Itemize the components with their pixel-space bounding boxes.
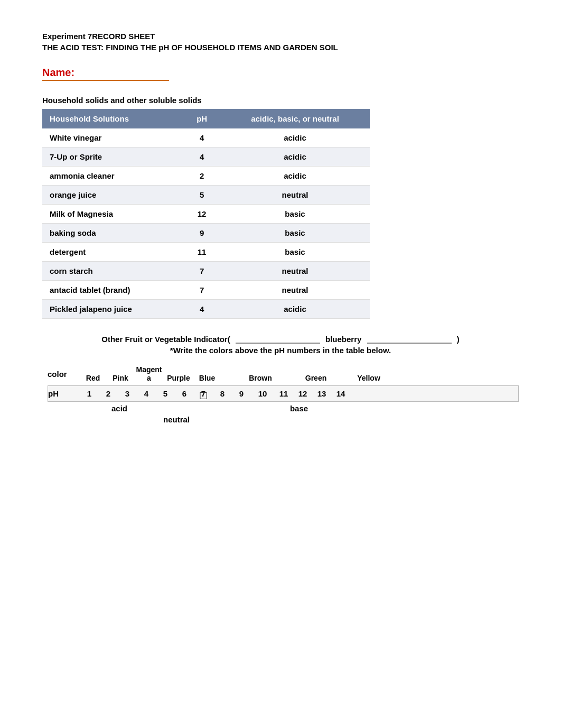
solution-cell: 7-Up or Sprite: [42, 148, 183, 167]
ph-12: 12: [293, 389, 312, 398]
solution-cell: Pickled jalapeno juice: [42, 300, 183, 319]
category-cell: neutral: [220, 262, 370, 281]
category-cell: acidic: [220, 167, 370, 186]
solution-cell: Milk of Magnesia: [42, 205, 183, 224]
ph-7: 7: [194, 389, 213, 398]
ph-6: 6: [175, 389, 194, 398]
ph-cell: 9: [183, 224, 220, 243]
category-cell: basic: [220, 205, 370, 224]
ph-cell: 4: [183, 300, 220, 319]
solution-cell: White vinegar: [42, 128, 183, 148]
table-row: ammonia cleaner2acidic: [42, 167, 370, 186]
main-table: Household Solutions pH acidic, basic, or…: [42, 109, 370, 319]
ph-9: 9: [232, 389, 251, 398]
category-cell: basic: [220, 224, 370, 243]
color-ph-chart: color Red Pink Magenta Purple Blue Brown…: [42, 365, 519, 424]
table-row: orange juice5neutral: [42, 186, 370, 205]
solution-cell: baking soda: [42, 224, 183, 243]
ph-4: 4: [137, 389, 156, 398]
ph-cell: 2: [183, 167, 220, 186]
color-label: color: [48, 365, 79, 379]
ph-cell: 4: [183, 148, 220, 167]
title-line1: Experiment 7RECORD SHEET: [42, 32, 519, 41]
solution-cell: orange juice: [42, 186, 183, 205]
category-cell: neutral: [220, 186, 370, 205]
ph-cell: 11: [183, 243, 220, 262]
ph-cell: 7: [183, 262, 220, 281]
color-red: Red: [79, 374, 107, 382]
table-row: 7-Up or Sprite4acidic: [42, 148, 370, 167]
table-row: detergent11basic: [42, 243, 370, 262]
solution-cell: antacid tablet (brand): [42, 281, 183, 300]
ph-10: 10: [251, 389, 274, 398]
ph-13: 13: [312, 389, 331, 398]
color-pink: Pink: [107, 374, 134, 382]
col-header-category: acidic, basic, or neutral: [220, 109, 370, 128]
category-cell: acidic: [220, 128, 370, 148]
indicator-line2: *Write the colors above the pH numbers i…: [42, 346, 519, 355]
neutral-label: neutral: [155, 415, 198, 424]
section-header: Household solids and other soluble solid…: [42, 96, 519, 105]
col-header-ph: pH: [183, 109, 220, 128]
table-row: Pickled jalapeno juice4acidic: [42, 300, 370, 319]
solution-cell: ammonia cleaner: [42, 167, 183, 186]
ph-14: 14: [331, 389, 350, 398]
name-section: Name:: [42, 67, 519, 81]
ph-cell: 12: [183, 205, 220, 224]
solution-cell: detergent: [42, 243, 183, 262]
table-row: baking soda9basic: [42, 224, 370, 243]
col-header-solutions: Household Solutions: [42, 109, 183, 128]
ph-cell: 5: [183, 186, 220, 205]
category-cell: neutral: [220, 281, 370, 300]
color-brown: Brown: [244, 374, 277, 382]
category-cell: acidic: [220, 300, 370, 319]
title-line2: THE ACID TEST: FINDING THE pH OF HOUSEHO…: [42, 43, 519, 52]
indicator-section: Other Fruit or Vegetable Indicator( blue…: [42, 335, 519, 355]
ph-2: 2: [99, 389, 118, 398]
indicator-blank2: [367, 343, 452, 344]
color-green: Green: [300, 374, 332, 382]
ph-8: 8: [213, 389, 232, 398]
solution-cell: corn starch: [42, 262, 183, 281]
ph-label: pH: [48, 389, 80, 398]
ph-5: 5: [156, 389, 175, 398]
color-yellow: Yellow: [355, 374, 382, 382]
table-row: antacid tablet (brand)7neutral: [42, 281, 370, 300]
ph-11: 11: [274, 389, 293, 398]
base-label: base: [278, 404, 320, 413]
ph-cell: 7: [183, 281, 220, 300]
color-magenta: Magenta: [134, 365, 164, 382]
indicator-blank: [236, 343, 320, 344]
acid-label: acid: [98, 404, 141, 413]
table-row: corn starch7neutral: [42, 262, 370, 281]
table-row: White vinegar4acidic: [42, 128, 370, 148]
color-blue: Blue: [193, 374, 221, 382]
title-block: Experiment 7RECORD SHEET THE ACID TEST: …: [42, 32, 519, 52]
ph-3: 3: [118, 389, 137, 398]
category-cell: acidic: [220, 148, 370, 167]
indicator-line1: Other Fruit or Vegetable Indicator( blue…: [42, 335, 519, 344]
ph-cell: 4: [183, 128, 220, 148]
table-row: Milk of Magnesia12basic: [42, 205, 370, 224]
color-purple: Purple: [164, 374, 193, 382]
category-cell: basic: [220, 243, 370, 262]
ph-1: 1: [80, 389, 99, 398]
name-label: Name:: [42, 67, 169, 81]
